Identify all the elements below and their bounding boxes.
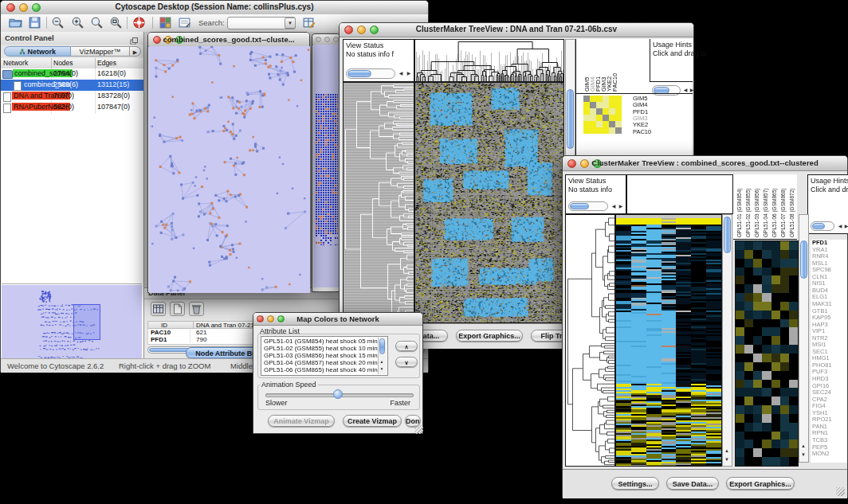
scroll-right-icon[interactable]: ▶ [617, 203, 625, 210]
grid-network-view[interactable] [313, 45, 339, 287]
delete-attribute-icon[interactable] [189, 302, 204, 316]
tv2-heat-vscrollbar[interactable]: ▲ ▼ [722, 214, 732, 467]
zoom-selected-icon[interactable] [109, 16, 123, 33]
tv2-usage-hscrollbar-thumb[interactable] [812, 223, 825, 229]
matrix-cell[interactable] [590, 96, 596, 102]
matrix-cell[interactable] [583, 115, 590, 121]
tv2-gene-vscrollbar-thumb[interactable] [800, 240, 807, 279]
dialog-titlebar[interactable]: Map Colors to Network [253, 313, 422, 326]
tv1-vscrollbar-thumb[interactable] [567, 89, 574, 149]
attribute-editor-icon[interactable] [302, 16, 316, 33]
table-row[interactable]: combined_sco2569(6)13112(15) [1, 80, 143, 91]
tv1-row-label[interactable]: PAC10 [633, 129, 651, 135]
network-overview-panel[interactable] [2, 283, 142, 358]
network-overview-canvas[interactable] [2, 285, 142, 358]
matrix-cell[interactable] [609, 115, 615, 121]
matrix-cell[interactable] [615, 127, 622, 134]
matrix-cell[interactable] [603, 108, 609, 115]
tv1-heatmap-canvas[interactable] [415, 83, 563, 322]
matrix-cell[interactable] [590, 127, 596, 134]
matrix-cell[interactable] [615, 108, 622, 115]
table-row[interactable]: DNA and Tran 07769(0)183728(0) [1, 91, 143, 102]
tv1-selected-submatrix[interactable] [583, 96, 622, 134]
search-dropdown-arrow[interactable]: ▼ [285, 18, 296, 29]
attribute-list-item[interactable]: GPL51-02 (GSM855) heat shock 10 min [264, 345, 378, 352]
export-graphics-button[interactable]: Export Graphics... [456, 330, 523, 342]
tv1-usage-hscrollbar[interactable] [652, 85, 681, 96]
tv1-column-dendrogram-canvas[interactable] [415, 40, 563, 81]
scroll-up-icon[interactable]: ▲ [799, 443, 807, 450]
tv1-row-dendrogram-canvas[interactable] [344, 83, 414, 322]
matrix-cell[interactable] [590, 102, 596, 108]
matrix-cell[interactable] [596, 108, 603, 115]
tv2-usage-hscrollbar[interactable] [811, 221, 834, 231]
attribute-list-item[interactable]: GPL51-06 (GSM865) heat shock 40 min [264, 366, 378, 373]
open-file-icon[interactable] [9, 16, 22, 33]
settings-button[interactable]: Settings... [611, 477, 659, 490]
matrix-cell[interactable] [583, 127, 590, 134]
speed-slider-thumb[interactable] [333, 389, 343, 399]
scroll-down-icon[interactable]: ▼ [378, 365, 386, 373]
matrix-cell[interactable] [615, 115, 622, 121]
network-canvas[interactable] [149, 46, 310, 293]
tv1-status-hscrollbar[interactable] [346, 68, 395, 79]
tv2-status-hscrollbar[interactable] [568, 201, 608, 211]
create-vizmap-button[interactable]: Create Vizmap [343, 415, 402, 427]
grid-window-titlebar[interactable] [312, 34, 340, 45]
zoom-button[interactable] [333, 37, 339, 42]
tab-vizmapper[interactable]: VizMapper™ [71, 46, 130, 57]
tv2-column-label[interactable]: GPL51-04 (GSM857) [763, 189, 768, 237]
attribute-list-item[interactable]: GPL51-03 (GSM856) heat shock 15 min [264, 352, 378, 359]
matrix-cell[interactable] [583, 102, 590, 108]
tv2-column-label[interactable]: GPL51-07 (GSM868) [780, 189, 786, 237]
tab-overflow-button[interactable]: ▶ [130, 46, 141, 57]
scroll-right-icon[interactable]: ▶ [842, 223, 848, 230]
save-data-button[interactable]: Save Data... [666, 477, 719, 490]
matrix-cell[interactable] [603, 96, 609, 102]
matrix-cell[interactable] [609, 102, 615, 108]
treeview1-titlebar[interactable]: ClusterMaker TreeView : DNA and Tran 07-… [340, 23, 693, 37]
tv2-status-hscrollbar-thumb[interactable] [570, 203, 589, 209]
matrix-cell[interactable] [583, 121, 590, 127]
matrix-cell[interactable] [590, 121, 596, 127]
matrix-cell[interactable] [615, 102, 622, 108]
resize-grip[interactable] [414, 425, 423, 434]
tv2-column-label[interactable]: GPL51-08 (GSM872) [789, 189, 795, 237]
matrix-cell[interactable] [590, 115, 596, 121]
table-row[interactable]: combined_scores2764(0)16218(0) [1, 68, 143, 80]
tv2-column-label[interactable]: GPL51-02 (GSM855) [745, 189, 751, 237]
matrix-cell[interactable] [609, 121, 615, 127]
scroll-up-icon[interactable]: ▲ [723, 447, 731, 455]
attribute-list-item[interactable]: GPL51-01 (GSM854) heat shock 05 min [264, 338, 378, 345]
matrix-cell[interactable] [596, 102, 603, 108]
list-vscrollbar[interactable]: ▲ ▼ [378, 338, 387, 374]
scroll-down-icon[interactable]: ▼ [799, 451, 807, 459]
tv1-column-label[interactable]: PAC10 [611, 73, 618, 92]
network-view-titlebar[interactable]: combined_scores_good.txt--cluste... [148, 33, 309, 47]
help-lifering-icon[interactable] [132, 16, 146, 33]
matrix-cell[interactable] [603, 121, 609, 127]
scroll-down-icon[interactable]: ▼ [723, 456, 731, 463]
export-graphics-button[interactable]: Export Graphics... [726, 477, 795, 490]
tv2-zoom-heatmap-canvas[interactable] [736, 241, 798, 466]
main-titlebar[interactable]: Cytoscape Desktop (Session Name: collins… [1, 1, 428, 15]
tv2-gene-vscrollbar[interactable]: ▲ ▼ [799, 214, 809, 463]
matrix-cell[interactable] [615, 121, 622, 127]
table-row[interactable]: RNAPuberNov2+563(0)107847(0) [1, 102, 143, 113]
matrix-cell[interactable] [596, 115, 603, 121]
resize-grip[interactable] [836, 487, 845, 496]
grid-network-canvas[interactable] [316, 94, 338, 245]
tv2-gene-label[interactable]: MON2 [812, 451, 830, 458]
move-up-button[interactable]: ∧ [395, 341, 418, 351]
minimize-button[interactable] [324, 37, 330, 42]
treeview2-titlebar[interactable]: ClusterMaker TreeView : combined_scores_… [563, 156, 847, 171]
matrix-cell[interactable] [609, 127, 615, 134]
annotation-icon[interactable] [178, 16, 191, 33]
matrix-cell[interactable] [603, 102, 609, 108]
attribute-list[interactable]: ▲ ▼ GPL51-01 (GSM854) heat shock 05 minG… [261, 336, 388, 376]
save-icon[interactable] [28, 16, 41, 33]
matrix-cell[interactable] [590, 108, 596, 115]
matrix-cell[interactable] [609, 108, 615, 115]
list-vscrollbar-thumb[interactable] [379, 338, 385, 354]
scroll-left-icon[interactable]: ◀ [397, 70, 405, 77]
